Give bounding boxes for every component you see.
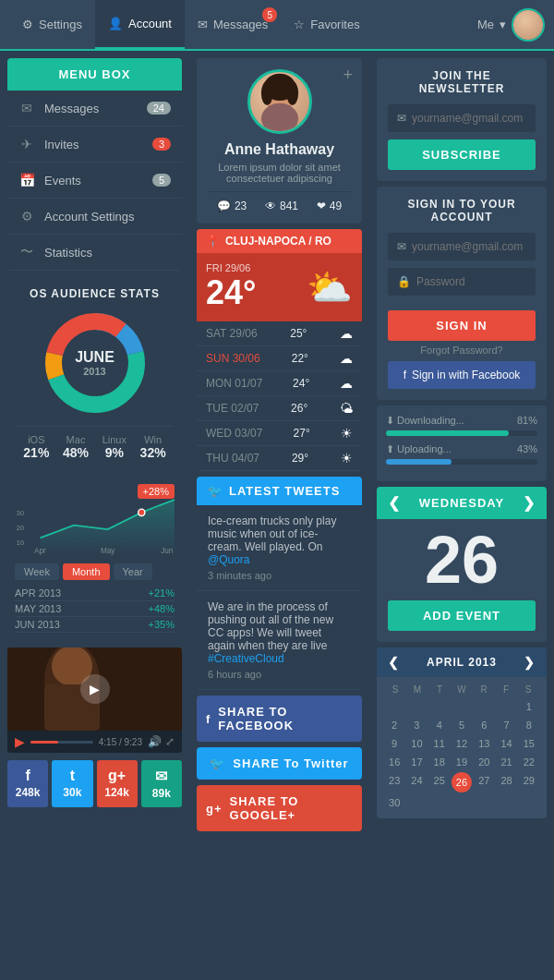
add-event-button[interactable]: ADD EVENT	[388, 600, 536, 631]
video-controls: ▶ 4:15 / 9:23 🔊 ⤢	[7, 731, 182, 753]
facebook-signin-button[interactable]: f Sign in with Facebook	[388, 361, 536, 389]
newsletter-email-input[interactable]	[412, 112, 526, 125]
cal-day-22[interactable]: 22	[519, 754, 539, 770]
tweets-box: 🐦 LATEST TWEETS Ice-cream trucks only pl…	[197, 477, 362, 690]
cal-day-6[interactable]: 6	[474, 717, 494, 733]
signin-email-field[interactable]: ✉	[388, 233, 536, 260]
cal-day-11[interactable]: 11	[429, 735, 450, 752]
upload-progress-fill	[386, 459, 452, 465]
tweet-link-1[interactable]: @Quora	[208, 553, 250, 566]
play-button[interactable]: ▶	[80, 674, 110, 704]
cal-day-29[interactable]: 29	[519, 772, 539, 792]
profile-add-button[interactable]: +	[343, 66, 353, 85]
social-twitter-button[interactable]: t 30k	[52, 760, 92, 807]
cal-day-20[interactable]: 20	[474, 754, 494, 770]
chart-label-may: MAY 2013	[15, 603, 61, 614]
tab-year[interactable]: Year	[114, 563, 152, 580]
cal-day-13[interactable]: 13	[474, 735, 494, 752]
cal-day-3[interactable]: 3	[406, 717, 427, 733]
cal-day-17[interactable]: 17	[406, 754, 427, 770]
newsletter-email-field[interactable]: ✉	[388, 104, 536, 132]
subscribe-button[interactable]: SUBSCRIBE	[388, 139, 536, 170]
cal-day-8[interactable]: 8	[519, 717, 539, 733]
nav-me[interactable]: Me ▾	[477, 8, 545, 42]
month-prev-button[interactable]: ❮	[388, 655, 400, 670]
monthly-calendar: ❮ APRIL 2013 ❯ S M T W R F S	[377, 647, 547, 818]
signin-password-input[interactable]	[416, 275, 526, 288]
weather-row-sat: SAT 29/06 25° ☁	[197, 321, 362, 346]
social-googleplus-button[interactable]: g+ 124k	[97, 760, 138, 807]
video-play-icon[interactable]: ▶	[15, 734, 25, 749]
share-facebook-label: SHARE TO FACEBOOK	[218, 705, 353, 732]
cal-day-24[interactable]: 24	[406, 772, 427, 792]
menu-item-invites[interactable]: ✈ Invites 3	[7, 127, 182, 163]
cal-day-1[interactable]: 1	[519, 698, 539, 715]
month-next-button[interactable]: ❯	[524, 655, 536, 670]
nav-favorites[interactable]: ☆ Favorites	[281, 0, 372, 49]
cal-day-empty	[429, 698, 450, 715]
chart-tabs: Week Month Year	[15, 563, 175, 580]
video-progress-bar[interactable]	[30, 741, 93, 744]
cal-day-15[interactable]: 15	[519, 735, 539, 752]
tab-week[interactable]: Week	[15, 563, 59, 580]
signin-email-input[interactable]	[412, 240, 526, 253]
fullscreen-icon[interactable]: ⤢	[165, 735, 175, 748]
cal-day-14[interactable]: 14	[496, 735, 516, 752]
share-googleplus-button[interactable]: g+ SHARE TO GOOGLE+	[197, 785, 362, 831]
cal-day-30[interactable]: 30	[384, 794, 404, 811]
cal-day-28[interactable]: 28	[496, 772, 516, 792]
calendar-next-button[interactable]: ❯	[523, 494, 536, 512]
cal-day-7[interactable]: 7	[496, 717, 516, 733]
cal-day-empty	[496, 698, 516, 715]
svg-text:Jun: Jun	[161, 547, 174, 555]
signin-button[interactable]: SIGN IN	[388, 310, 536, 341]
cal-day-4[interactable]: 4	[429, 717, 450, 733]
cal-day-27[interactable]: 27	[474, 772, 494, 792]
messages-count-badge: 24	[147, 102, 171, 115]
month-title: APRIL 2013	[427, 656, 497, 669]
chart-val-may: +48%	[149, 603, 175, 614]
forgot-password-link[interactable]: Forgot Password?	[388, 345, 536, 356]
cal-day-19[interactable]: 19	[452, 754, 472, 770]
tweet-link-2[interactable]: #CreativeCloud	[208, 652, 284, 665]
cal-day-2[interactable]: 2	[384, 717, 404, 733]
signin-password-field[interactable]: 🔒	[388, 268, 536, 296]
cal-day-21[interactable]: 21	[496, 754, 516, 770]
chart-data-rows: APR 2013 +21% MAY 2013 +48% JUN 2013 +35…	[15, 586, 175, 633]
cal-day-9[interactable]: 9	[384, 735, 404, 752]
social-facebook-button[interactable]: f 248k	[7, 760, 48, 807]
menu-item-account-settings[interactable]: ⚙ Account Settings	[7, 199, 182, 235]
calendar-days-grid: 1 2 3 4 5 6 7 8 9 10 11 12 13 14 15	[384, 698, 539, 811]
social-email-button[interactable]: ✉ 89k	[141, 760, 182, 807]
nav-messages[interactable]: ✉ Messages 5	[185, 0, 281, 49]
comments-count: 23	[235, 200, 247, 212]
share-twitter-button[interactable]: 🐦 SHARE To Twitter	[197, 747, 362, 780]
cal-day-10[interactable]: 10	[406, 735, 427, 752]
tab-month[interactable]: Month	[63, 563, 110, 580]
menu-item-statistics[interactable]: 〜 Statistics	[7, 235, 182, 271]
share-facebook-button[interactable]: f SHARE TO FACEBOOK	[197, 696, 362, 742]
menu-item-messages[interactable]: ✉ Messages 24	[7, 91, 182, 127]
signin-email-icon: ✉	[397, 240, 406, 253]
cal-day-12[interactable]: 12	[452, 735, 472, 752]
volume-icon[interactable]: 🔊	[148, 735, 162, 748]
cal-day-16[interactable]: 16	[384, 754, 404, 770]
download-progress-label: ⬇ Downloading... 81%	[386, 415, 537, 427]
calendar-prev-button[interactable]: ❮	[388, 494, 401, 512]
cal-day-25[interactable]: 25	[429, 772, 450, 792]
profile-description: Lorem ipsum dolor sit amet consectetuer …	[208, 162, 351, 184]
cal-day-5[interactable]: 5	[452, 717, 472, 733]
cal-day-26-today[interactable]: 26	[452, 772, 472, 792]
weather-forecast: SAT 29/06 25° ☁ SUN 30/06 22° ☁ MON 01/0…	[197, 321, 362, 471]
tweets-header: 🐦 LATEST TWEETS	[197, 477, 362, 505]
cal-day-23[interactable]: 23	[384, 772, 404, 792]
googleplus-icon: g+	[101, 768, 134, 784]
social-share-box: f 248k t 30k g+ 124k ✉ 89k	[7, 760, 182, 807]
os-stat-win: Win 32%	[140, 434, 166, 460]
menu-item-events[interactable]: 📅 Events 5	[7, 163, 182, 199]
calendar-grid: S M T W R F S 1	[377, 677, 547, 818]
nav-settings[interactable]: ⚙ Settings	[9, 0, 95, 49]
chart-label-jun: JUN 2013	[15, 619, 60, 630]
nav-account[interactable]: 👤 Account	[95, 0, 185, 49]
cal-day-18[interactable]: 18	[429, 754, 450, 770]
